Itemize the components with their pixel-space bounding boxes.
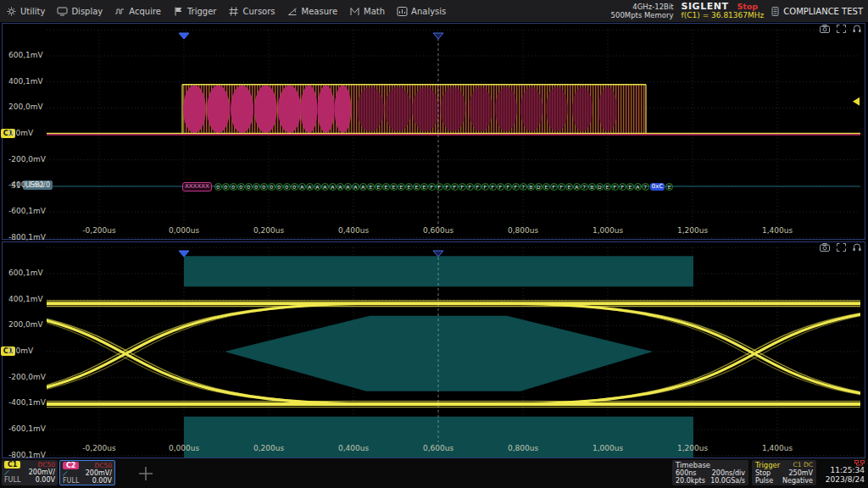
decode-data-token: A — [352, 183, 359, 191]
brand-block: SIGLENT Stop f(C1) = 36.81367MHz — [682, 3, 765, 19]
trigger-state: Stop — [755, 469, 771, 477]
eye-diagram-panel[interactable] — [2, 241, 865, 458]
decode-data-token: E — [565, 183, 573, 191]
acquisition-info: 4GHz-12Bit 500Mpts Memory — [611, 3, 674, 19]
decode-data-token: A — [321, 183, 329, 191]
decode-data-token: F — [443, 183, 451, 191]
decode-data-token: D — [535, 183, 542, 191]
decode-data-token: A — [306, 183, 314, 191]
decode-data-token: 0 — [260, 183, 268, 191]
decode-data-token: D — [596, 183, 604, 191]
menu-item-display[interactable]: Display — [51, 0, 108, 22]
decode-data-token: F — [428, 183, 436, 191]
menu-right-cluster: 4GHz-12Bit 500Mpts Memory SIGLENT Stop f… — [611, 3, 868, 19]
decode-data-token: F — [619, 183, 626, 191]
decode-data-token: F — [489, 183, 497, 191]
timebase-title: Timebase — [676, 461, 710, 469]
decode-data-token: 0 — [268, 183, 275, 191]
lan-status-icon — [854, 460, 865, 466]
decode-data-token: F — [451, 183, 459, 191]
decode-data-token: A — [344, 183, 352, 191]
decode-error-token: XXXXXX — [182, 182, 212, 191]
flag-icon — [173, 6, 184, 17]
menu-item-analysis[interactable]: Analysis — [391, 0, 452, 22]
decode-data-token: A — [634, 183, 642, 191]
decode-data-token: F — [436, 183, 443, 191]
decode-data-token: E — [367, 183, 375, 191]
decode-data-token: F — [459, 183, 466, 191]
decode-data-token: F — [550, 183, 558, 191]
bandwidth-label: 4GHz-12Bit — [611, 3, 674, 11]
menu-item-utility[interactable]: Utility — [0, 0, 51, 22]
brand-logo: SIGLENT — [682, 3, 729, 11]
document-icon — [771, 7, 779, 16]
run-state-badge[interactable]: Stop — [737, 3, 758, 11]
decode-data-token: F — [466, 183, 474, 191]
math-icon — [349, 6, 360, 17]
menu-item-math[interactable]: Math — [343, 0, 391, 22]
decode-data-token: 7 — [642, 183, 649, 191]
channel-box-c2[interactable]: C2DC50200mV/FULL0.00V — [59, 460, 115, 485]
trigger-type: Pulse — [755, 477, 773, 485]
memory-label: 500Mpts Memory — [611, 11, 674, 19]
decode-data-token: A — [314, 183, 321, 191]
decode-data-token: 7 — [520, 183, 527, 191]
menu-item-trigger[interactable]: Trigger — [167, 0, 223, 22]
decode-data-token: B — [588, 183, 596, 191]
decode-data-token: E — [604, 183, 611, 191]
decode-data-token: 0 — [245, 183, 253, 191]
decode-data-token: 0 — [253, 183, 260, 191]
menu-item-measure[interactable]: Measure — [281, 0, 344, 22]
menu-item-cursors[interactable]: Cursors — [222, 0, 281, 22]
add-channel-button[interactable] — [138, 466, 153, 481]
timebase-scale: 200ns/div — [712, 469, 745, 477]
decode-data-token: B — [527, 183, 535, 191]
decode-data-token: 0 — [230, 183, 237, 191]
decode-data-token: A — [573, 183, 581, 191]
decode-data-token: E — [420, 183, 428, 191]
decode-data-token: E — [626, 183, 634, 191]
status-bar: C1DC50200mV/FULL0.00VC2DC50200mV/FULL0.0… — [0, 458, 868, 488]
ramp-icon — [63, 470, 69, 477]
usb-decode-row: XXXXXX00000000000AAAAAAAAAEEEEEEEEFFFFFF… — [182, 181, 673, 192]
trigger-box[interactable]: Trigger C1 DC Stop 250mV Pulse Negative — [752, 460, 816, 485]
trigger-source: C1 DC — [793, 461, 813, 469]
decode-data-token: F — [474, 183, 481, 191]
decode-data-token: F — [512, 183, 520, 191]
decode-data-token: E — [413, 183, 420, 191]
menu-bar: UtilityDisplayAcquireTriggerCursorsMeasu… — [0, 0, 868, 22]
menu-item-acquire[interactable]: Acquire — [108, 0, 167, 22]
datetime-box[interactable]: 11:25:34 2023/8/24 — [819, 460, 866, 485]
frequency-counter: f(C1) = 36.81367MHz — [682, 11, 765, 19]
measure-icon — [287, 6, 298, 17]
decode-data-token: E — [390, 183, 398, 191]
clock-time: 11:25:34 — [831, 466, 865, 474]
gear-icon — [6, 6, 17, 17]
acquire-icon — [114, 6, 125, 17]
decode-data-token: 0 — [222, 183, 230, 191]
decode-data-token: 0 — [275, 183, 283, 191]
waveform-plot-panel[interactable] — [2, 23, 865, 240]
sample-rate: 10.0GSa/s — [710, 477, 745, 485]
decode-data-token: F — [497, 183, 504, 191]
timebase-points: 20.0kpts — [676, 477, 705, 485]
channel-box-c1[interactable]: C1DC50200mV/FULL0.00V — [2, 460, 58, 485]
timebase-box[interactable]: Timebase 600ns 200ns/div 20.0kpts 10.0GS… — [672, 460, 748, 485]
decode-data-token: F — [481, 183, 489, 191]
trigger-title: Trigger — [755, 461, 780, 469]
clock-date: 2023/8/24 — [826, 475, 865, 484]
decode-cmd-token: 0xC — [650, 183, 665, 191]
decode-data-token: A — [337, 183, 344, 191]
decode-data-token: E — [405, 183, 413, 191]
analysis-icon — [397, 6, 408, 17]
decode-data-token: 0 — [283, 183, 291, 191]
decode-data-token: F — [611, 183, 619, 191]
decode-data-token: E — [375, 183, 382, 191]
decode-data-token: E — [382, 183, 390, 191]
decode-data-token: 0 — [214, 183, 222, 191]
cursors-icon — [228, 6, 239, 17]
decode-data-token: A — [359, 183, 367, 191]
display-icon — [57, 6, 68, 17]
compliance-test-button[interactable]: COMPLIANCE TEST — [771, 7, 863, 16]
decode-data-token: 0 — [291, 183, 298, 191]
